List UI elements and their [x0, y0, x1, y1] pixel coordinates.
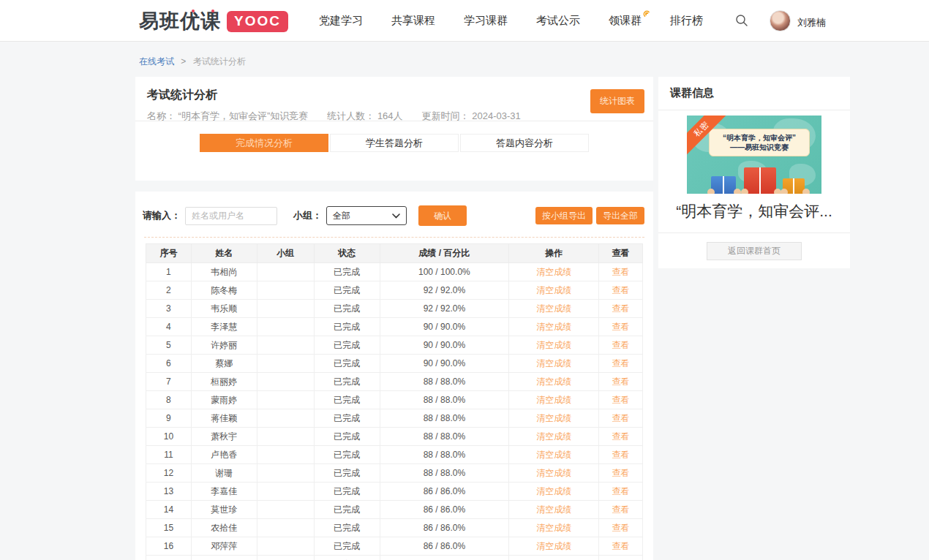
nav-item-party-learning[interactable]: 党建学习 — [319, 14, 363, 28]
view-link[interactable]: 查看 — [612, 523, 630, 533]
clear-score-link[interactable]: 清空成绩 — [536, 267, 571, 277]
filter-bar: 请输入： 小组： 全部 确认 按小组导出 导出全部 — [135, 192, 653, 237]
view-link[interactable]: 查看 — [612, 504, 630, 515]
username[interactable]: 刘雅楠 — [797, 16, 826, 29]
name-search-input[interactable] — [185, 207, 277, 225]
view-link[interactable]: 查看 — [612, 303, 630, 314]
cell-name: 蒋佳颖 — [191, 409, 257, 428]
tab-student-answer-analysis[interactable]: 学生答题分析 — [330, 134, 459, 152]
clear-score-link[interactable]: 清空成绩 — [536, 395, 571, 405]
yooc-logo[interactable]: 易班优课 YOOC — [139, 8, 288, 34]
cell-index: 12 — [146, 464, 192, 483]
analysis-tabs: 完成情况分析 学生答题分析 答题内容分析 — [200, 134, 589, 152]
col-header-index: 序号 — [146, 244, 192, 263]
stats-chart-button[interactable]: 统计图表 — [590, 89, 644, 113]
cell-status: 已完成 — [314, 373, 380, 391]
input-label: 请输入： — [143, 209, 181, 222]
cell-group — [257, 336, 314, 355]
table-row: 12 谢珊 已完成 88 / 88.0% 清空成绩 查看 — [146, 464, 643, 483]
results-table: 序号 姓名 小组 状态 成绩 / 百分比 操作 查看 1 韦相尚 已完成 100… — [146, 243, 643, 560]
view-link[interactable]: 查看 — [612, 285, 630, 295]
view-link[interactable]: 查看 — [612, 340, 630, 350]
cell-group — [257, 355, 314, 373]
cell-group — [257, 318, 314, 336]
cell-group — [257, 428, 314, 446]
clear-score-link[interactable]: 清空成绩 — [536, 358, 571, 368]
group-filter: 小组： 全部 — [293, 206, 407, 225]
table-row: 10 萧秋宇 已完成 88 / 88.0% 清空成绩 查看 — [146, 428, 643, 446]
nav-item-get-course-group[interactable]: 领课群 — [609, 14, 642, 28]
view-link[interactable]: 查看 — [612, 322, 630, 332]
cell-name: 胡蓉 — [191, 556, 257, 560]
tab-completion-analysis[interactable]: 完成情况分析 — [200, 134, 328, 152]
confirm-button[interactable]: 确认 — [418, 205, 467, 226]
group-select[interactable]: 全部 — [326, 206, 407, 225]
table-row: 6 蔡娜 已完成 90 / 90.0% 清空成绩 查看 — [146, 355, 643, 373]
chevron-down-icon — [392, 213, 400, 219]
view-link[interactable]: 查看 — [612, 450, 630, 460]
view-link[interactable]: 查看 — [612, 431, 630, 442]
breadcrumb-link-online-exam[interactable]: 在线考试 — [139, 56, 174, 67]
clear-score-link[interactable]: 清空成绩 — [536, 486, 571, 496]
clear-score-link[interactable]: 清空成绩 — [536, 450, 571, 460]
logo-accent-dot — [192, 10, 195, 12]
view-link[interactable]: 查看 — [612, 358, 630, 368]
view-link[interactable]: 查看 — [612, 413, 630, 423]
clear-score-link[interactable]: 清空成绩 — [536, 377, 571, 387]
cell-index: 11 — [146, 446, 192, 464]
logo-accent-dot — [211, 10, 214, 12]
view-link[interactable]: 查看 — [612, 395, 630, 405]
user-avatar[interactable] — [770, 10, 791, 31]
cell-group — [257, 483, 314, 501]
cell-score: 86 / 86.0% — [380, 483, 509, 501]
clear-score-link[interactable]: 清空成绩 — [536, 322, 571, 332]
cell-name: 莫世珍 — [191, 501, 257, 519]
view-link[interactable]: 查看 — [612, 377, 630, 387]
breadcrumb: 在线考试 > 考试统计分析 — [139, 56, 246, 68]
clear-score-link[interactable]: 清空成绩 — [536, 468, 571, 478]
dashed-divider — [144, 237, 644, 238]
clear-score-link[interactable]: 清空成绩 — [536, 541, 571, 551]
cell-group — [257, 409, 314, 428]
clear-score-link[interactable]: 清空成绩 — [536, 431, 571, 442]
table-row: 1 韦相尚 已完成 100 / 100.0% 清空成绩 查看 — [146, 263, 643, 281]
view-link[interactable]: 查看 — [612, 267, 630, 277]
cell-score: 88 / 88.0% — [380, 464, 509, 483]
cell-group — [257, 556, 314, 560]
back-to-course-group-button[interactable]: 返回课群首页 — [707, 242, 802, 260]
export-by-group-button[interactable]: 按小组导出 — [535, 207, 593, 224]
clear-score-link[interactable]: 清空成绩 — [536, 413, 571, 423]
cell-status: 已完成 — [314, 464, 380, 483]
search-icon[interactable] — [734, 13, 749, 28]
nav-item-exam-notice[interactable]: 考试公示 — [536, 14, 580, 28]
tab-answer-content-analysis[interactable]: 答题内容分析 — [460, 134, 589, 152]
cell-index: 16 — [146, 537, 192, 556]
view-link[interactable]: 查看 — [612, 468, 630, 478]
cell-score: 86 / 86.0% — [380, 519, 509, 537]
cell-index: 4 — [146, 318, 192, 336]
course-cover-image[interactable]: “明本育学，知审会评” ——易班知识竞赛 私密 — [687, 116, 821, 194]
nav-item-leaderboard[interactable]: 排行榜 — [670, 14, 703, 28]
cell-name: 蔡娜 — [191, 355, 257, 373]
clear-score-link[interactable]: 清空成绩 — [536, 303, 571, 314]
cell-name: 桓丽婷 — [191, 373, 257, 391]
clear-score-link[interactable]: 清空成绩 — [536, 340, 571, 350]
cell-group — [257, 446, 314, 464]
cell-index: 10 — [146, 428, 192, 446]
main-nav: 党建学习 共享课程 学习课群 考试公示 领课群 排行榜 — [319, 0, 703, 41]
cell-index: 8 — [146, 391, 192, 409]
clear-score-link[interactable]: 清空成绩 — [536, 504, 571, 515]
table-row: 9 蒋佳颖 已完成 88 / 88.0% 清空成绩 查看 — [146, 409, 643, 428]
nav-item-course-groups[interactable]: 学习课群 — [464, 14, 508, 28]
clear-score-link[interactable]: 清空成绩 — [536, 285, 571, 295]
cover-speech-bubble: “明本育学，知审会评” ——易班知识竞赛 — [709, 129, 810, 156]
export-all-button[interactable]: 导出全部 — [596, 207, 644, 224]
nav-item-shared-courses[interactable]: 共享课程 — [391, 14, 435, 28]
exam-stats-card: 考试统计分析 名称： “明本育学，知审会评”知识竞赛 统计人数： 164人 更新… — [135, 77, 653, 181]
clear-score-link[interactable]: 清空成绩 — [536, 523, 571, 533]
cell-score: 92 / 92.0% — [380, 300, 509, 318]
view-link[interactable]: 查看 — [612, 541, 630, 551]
view-link[interactable]: 查看 — [612, 486, 630, 496]
table-row: 4 李泽慧 已完成 90 / 90.0% 清空成绩 查看 — [146, 318, 643, 336]
cell-name: 农拾佳 — [191, 519, 257, 537]
